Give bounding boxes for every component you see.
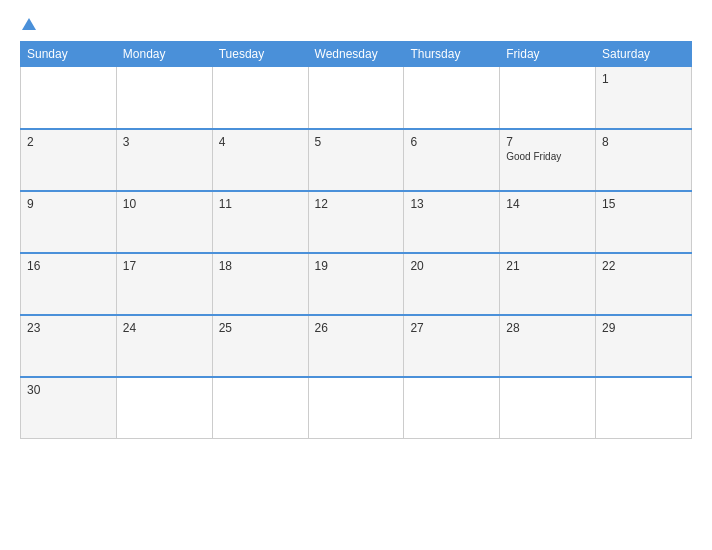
calendar-table: SundayMondayTuesdayWednesdayThursdayFrid… [20, 41, 692, 439]
calendar-day-cell: 8 [596, 129, 692, 191]
calendar-day-cell [596, 377, 692, 439]
day-of-week-header: Wednesday [308, 42, 404, 67]
calendar-day-cell [500, 67, 596, 129]
calendar-day-cell: 11 [212, 191, 308, 253]
calendar-day-cell: 15 [596, 191, 692, 253]
calendar-day-cell [116, 377, 212, 439]
day-of-week-header: Friday [500, 42, 596, 67]
calendar-day-cell [212, 67, 308, 129]
calendar-week-row: 1 [21, 67, 692, 129]
days-header-row: SundayMondayTuesdayWednesdayThursdayFrid… [21, 42, 692, 67]
day-number: 29 [602, 321, 685, 335]
logo [20, 18, 36, 31]
calendar-day-cell: 4 [212, 129, 308, 191]
calendar-day-cell: 30 [21, 377, 117, 439]
calendar-day-cell [404, 377, 500, 439]
page: SundayMondayTuesdayWednesdayThursdayFrid… [0, 0, 712, 550]
day-of-week-header: Sunday [21, 42, 117, 67]
calendar-day-cell: 29 [596, 315, 692, 377]
day-number: 21 [506, 259, 589, 273]
day-number: 19 [315, 259, 398, 273]
day-number: 25 [219, 321, 302, 335]
logo-blue-row [20, 18, 36, 31]
day-number: 15 [602, 197, 685, 211]
day-number: 24 [123, 321, 206, 335]
calendar-day-cell [308, 377, 404, 439]
day-of-week-header: Saturday [596, 42, 692, 67]
calendar-day-cell [21, 67, 117, 129]
calendar-day-cell: 25 [212, 315, 308, 377]
calendar-day-cell [212, 377, 308, 439]
header [20, 18, 692, 31]
calendar-day-cell: 22 [596, 253, 692, 315]
calendar-day-cell: 7Good Friday [500, 129, 596, 191]
day-of-week-header: Tuesday [212, 42, 308, 67]
calendar-day-cell: 12 [308, 191, 404, 253]
logo-triangle-icon [22, 18, 36, 30]
calendar-day-cell: 6 [404, 129, 500, 191]
day-number: 28 [506, 321, 589, 335]
day-number: 13 [410, 197, 493, 211]
day-number: 22 [602, 259, 685, 273]
calendar-day-cell: 28 [500, 315, 596, 377]
day-number: 11 [219, 197, 302, 211]
calendar-week-row: 9101112131415 [21, 191, 692, 253]
day-number: 26 [315, 321, 398, 335]
day-number: 17 [123, 259, 206, 273]
calendar-day-cell: 23 [21, 315, 117, 377]
day-number: 3 [123, 135, 206, 149]
calendar-day-cell: 5 [308, 129, 404, 191]
day-of-week-header: Thursday [404, 42, 500, 67]
calendar-day-cell: 9 [21, 191, 117, 253]
calendar-day-cell [404, 67, 500, 129]
calendar-day-cell: 24 [116, 315, 212, 377]
day-number: 7 [506, 135, 589, 149]
calendar-day-cell [500, 377, 596, 439]
day-number: 20 [410, 259, 493, 273]
day-number: 6 [410, 135, 493, 149]
day-number: 30 [27, 383, 110, 397]
calendar-day-cell: 16 [21, 253, 117, 315]
calendar-day-cell: 18 [212, 253, 308, 315]
day-number: 10 [123, 197, 206, 211]
calendar-day-cell: 27 [404, 315, 500, 377]
calendar-week-row: 234567Good Friday8 [21, 129, 692, 191]
calendar-week-row: 30 [21, 377, 692, 439]
calendar-day-cell: 3 [116, 129, 212, 191]
calendar-day-cell: 26 [308, 315, 404, 377]
calendar-day-cell: 1 [596, 67, 692, 129]
calendar-day-cell: 21 [500, 253, 596, 315]
day-number: 12 [315, 197, 398, 211]
calendar-week-row: 16171819202122 [21, 253, 692, 315]
calendar-day-cell: 17 [116, 253, 212, 315]
calendar-day-cell [116, 67, 212, 129]
day-number: 14 [506, 197, 589, 211]
day-number: 9 [27, 197, 110, 211]
day-number: 18 [219, 259, 302, 273]
day-number: 8 [602, 135, 685, 149]
calendar-day-cell: 13 [404, 191, 500, 253]
day-number: 1 [602, 72, 685, 86]
day-of-week-header: Monday [116, 42, 212, 67]
day-number: 5 [315, 135, 398, 149]
calendar-day-cell: 19 [308, 253, 404, 315]
calendar-day-cell: 14 [500, 191, 596, 253]
day-number: 4 [219, 135, 302, 149]
event-label: Good Friday [506, 151, 589, 162]
day-number: 27 [410, 321, 493, 335]
calendar-day-cell: 2 [21, 129, 117, 191]
day-number: 2 [27, 135, 110, 149]
calendar-day-cell: 10 [116, 191, 212, 253]
calendar-week-row: 23242526272829 [21, 315, 692, 377]
day-number: 16 [27, 259, 110, 273]
calendar-day-cell [308, 67, 404, 129]
calendar-day-cell: 20 [404, 253, 500, 315]
day-number: 23 [27, 321, 110, 335]
